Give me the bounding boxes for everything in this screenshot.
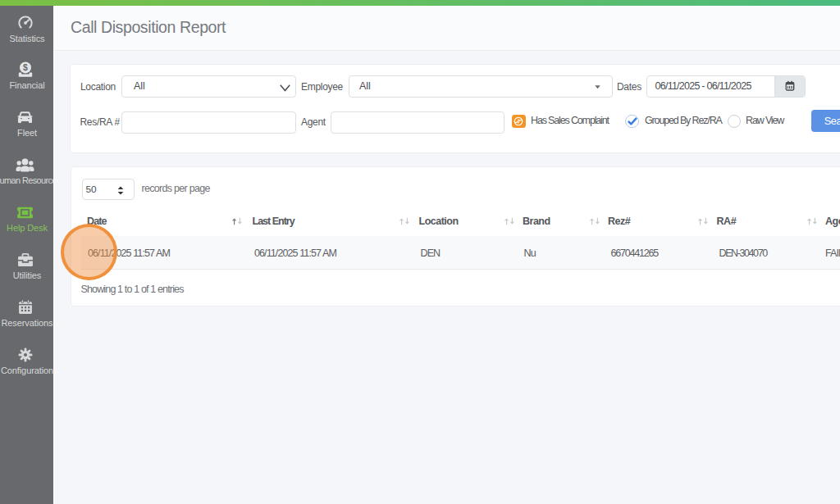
svg-text:$: $: [23, 62, 28, 72]
